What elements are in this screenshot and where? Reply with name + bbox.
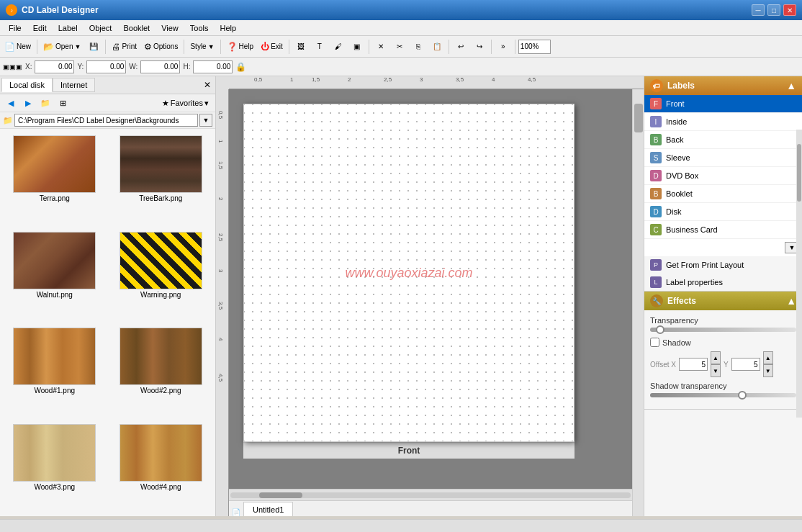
favorites-button[interactable]: ★ Favorites ▾ (158, 96, 212, 110)
front-icon: F (650, 98, 662, 109)
options-button[interactable]: ⚙ Options (141, 38, 181, 55)
paste-button[interactable]: 📋 (428, 38, 446, 55)
canvas-watermark: www.ouyaoxiazai.com (345, 266, 472, 281)
left-scrollbar[interactable] (796, 130, 802, 418)
h-input[interactable] (193, 60, 233, 73)
labels-section-header[interactable]: 🏷 Labels ▲ (644, 76, 802, 95)
h-scrollbar[interactable] (229, 489, 632, 500)
canvas-v-scrollbar[interactable] (632, 89, 644, 516)
label-props-icon: L (650, 276, 662, 288)
menu-file[interactable]: File (3, 22, 27, 34)
thumb-label: Wood#4.png (140, 483, 181, 491)
shadow-y-up[interactable]: ▲ (763, 351, 773, 364)
list-item[interactable]: Warning.png (109, 228, 213, 322)
list-item[interactable]: Walnut.png (3, 228, 107, 322)
effects-collapse-icon[interactable]: ▲ (786, 295, 796, 307)
effects-title: Effects (667, 296, 696, 306)
menu-tools[interactable]: Tools (184, 22, 215, 34)
transparency-slider[interactable] (650, 328, 796, 332)
redo-button[interactable]: ↪ (471, 38, 488, 55)
help-button[interactable]: ❓ Help (224, 38, 257, 55)
brush-button[interactable]: 🖌 (330, 38, 347, 55)
tab-local-disk[interactable]: Local disk (1, 78, 53, 92)
shadow-transparency-slider[interactable] (650, 393, 796, 397)
shadow-checkbox[interactable] (650, 338, 659, 347)
ruler-vertical: 0,5 1 1,5 2 2,5 3 3,5 4 4,5 (216, 89, 229, 516)
canvas-scroll[interactable]: www.ouyaoxiazai.com Front (229, 89, 632, 489)
labels-collapse-icon[interactable]: ▲ (786, 80, 796, 91)
list-item[interactable]: Terra.png (3, 132, 107, 225)
tab-internet[interactable]: Internet (53, 78, 95, 92)
shadow-y-down[interactable]: ▼ (763, 364, 773, 377)
zoom-input[interactable] (518, 40, 551, 54)
file-tab-untitled1[interactable]: Untitled1 (243, 502, 293, 516)
canvas-v-scroll-thumb[interactable] (634, 104, 643, 132)
maximize-button[interactable]: □ (767, 4, 780, 16)
nav-up-button[interactable]: 📁 (37, 96, 53, 110)
shadow-x-up[interactable]: ▲ (711, 351, 721, 364)
image-button[interactable]: 🖼 (292, 38, 310, 55)
y-input[interactable] (86, 60, 126, 73)
label-item-inside[interactable]: I Inside (644, 113, 802, 131)
delete-button[interactable]: ✕ (372, 38, 389, 55)
exit-button[interactable]: ⏻ Exit (258, 38, 286, 55)
get-from-print-layout-button[interactable]: P Get From Print Layout (644, 256, 802, 274)
panel-close-button[interactable]: ✕ (201, 80, 214, 90)
x-input[interactable] (35, 60, 74, 73)
w-input[interactable] (140, 60, 180, 73)
transparency-thumb[interactable] (656, 325, 664, 334)
menu-help[interactable]: Help (214, 22, 242, 34)
print-button[interactable]: 🖨 Print (109, 38, 140, 55)
view-button[interactable]: ⊞ (55, 96, 71, 110)
w-label: W: (129, 63, 138, 71)
label-dropdown-row: ▼ (644, 239, 802, 256)
shadow-x-down[interactable]: ▼ (711, 364, 721, 377)
menu-edit[interactable]: Edit (27, 22, 53, 34)
label-item-front[interactable]: F Front (644, 95, 802, 113)
path-dropdown-button[interactable]: ▼ (199, 114, 212, 127)
new-button[interactable]: 📄 New (1, 38, 34, 55)
canvas-area: 0,5 1 1,5 2 2,5 3 3,5 4 4,5 0,5 1 1,5 (216, 76, 644, 516)
label-item-back[interactable]: B Back (644, 131, 802, 149)
shadow-label[interactable]: Shadow (662, 338, 691, 347)
menu-label[interactable]: Label (53, 22, 84, 34)
style-button[interactable]: Style ▼ (187, 38, 217, 55)
save-button[interactable]: 💾 (85, 38, 102, 55)
open-button[interactable]: 📂 Open ▼ (40, 38, 84, 55)
list-item[interactable]: TreeBark.png (109, 132, 213, 225)
label-item-booklet[interactable]: B Booklet (644, 185, 802, 203)
label-item-sleeve[interactable]: S Sleeve (644, 149, 802, 167)
menu-view[interactable]: View (156, 22, 184, 34)
lock-icon[interactable]: 🔒 (235, 62, 246, 72)
shadow-y-input[interactable] (731, 358, 760, 371)
menu-booklet[interactable]: Booklet (117, 22, 156, 34)
more-button[interactable]: » (495, 38, 512, 55)
close-button[interactable]: ✕ (783, 4, 796, 16)
shape-button[interactable]: ▣ (348, 38, 366, 55)
list-item[interactable]: Wood#1.png (3, 324, 107, 418)
undo-button[interactable]: ↩ (452, 38, 469, 55)
canvas-label: Front (243, 442, 575, 459)
minimize-button[interactable]: ─ (752, 4, 765, 16)
list-item[interactable]: Wood#2.png (109, 324, 213, 418)
print-layout-icon: P (650, 259, 662, 271)
text-button[interactable]: T (311, 38, 328, 55)
label-item-disk[interactable]: D Disk (644, 203, 802, 221)
scroll-thumb[interactable] (259, 492, 302, 498)
label-item-dvdbox[interactable]: D DVD Box (644, 167, 802, 185)
label-item-business-card[interactable]: C Business Card (644, 221, 802, 239)
transparency-label: Transparency (650, 316, 796, 325)
nav-forward-button[interactable]: ▶ (20, 96, 36, 110)
shadow-x-input[interactable] (679, 358, 708, 371)
favorites-arrow: ▾ (204, 99, 209, 108)
effects-section-header[interactable]: 🔧 Effects ▲ (644, 292, 802, 310)
copy-button[interactable]: ⎘ (410, 38, 427, 55)
path-input[interactable] (14, 114, 198, 127)
nav-back-button[interactable]: ◀ (3, 96, 19, 110)
list-item[interactable]: Wood#4.png (109, 420, 213, 514)
crop-button[interactable]: ✂ (391, 38, 408, 55)
list-item[interactable]: Wood#3.png (3, 420, 107, 514)
menu-object[interactable]: Object (84, 22, 118, 34)
shadow-transparency-thumb[interactable] (738, 391, 747, 400)
label-properties-button[interactable]: L Label properties (644, 274, 802, 291)
